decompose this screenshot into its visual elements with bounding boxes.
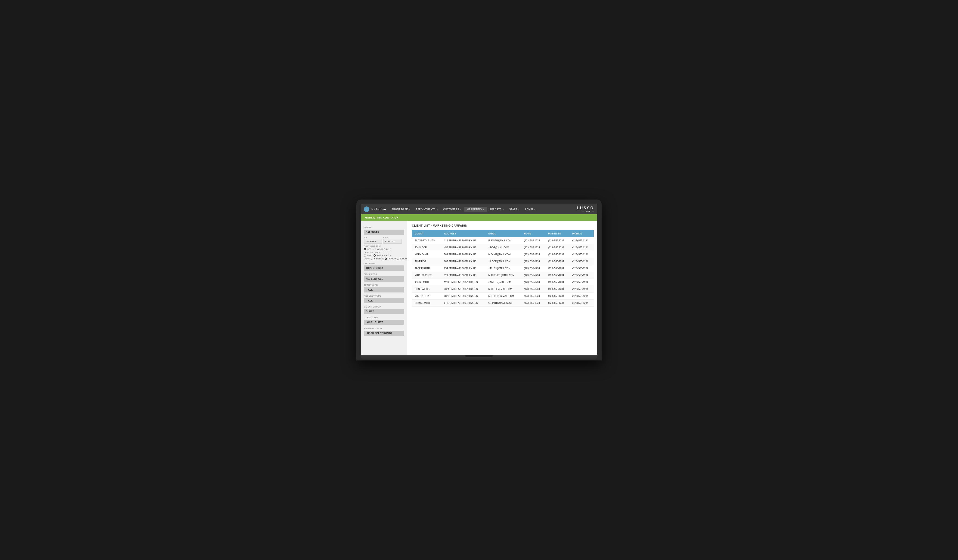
table-row[interactable]: ELIZABETH SMITH123 SMITH AVE, 90210 KY, … — [412, 237, 594, 244]
top-navigation: b book4time FRONT DESK ▼ APPOINTMENTS ▼ … — [361, 204, 597, 214]
referral-type-select[interactable]: LUSSO SPA TORONTO — [364, 331, 404, 336]
table-row[interactable]: MARK TURNER321 SMITH AVE, 90210 KY, USM.… — [412, 272, 594, 279]
cell-home: (123) 555-1234 — [521, 244, 546, 251]
first-visit-ignore-radio[interactable] — [374, 248, 376, 250]
cell-mobile: (123) 555-1234 — [569, 286, 594, 293]
cell-client: JOHN DOE — [412, 244, 441, 251]
cell-address: 4321 SMITH AVE, 90210 KY, US — [441, 286, 485, 293]
cell-client: JOHN SMITH — [412, 279, 441, 286]
cell-email: J.DOE@MAIL.COM — [485, 244, 521, 251]
table-row[interactable]: JOHN SMITH1234 SMITH AVE, 90210 KY, USJ.… — [412, 279, 594, 286]
table-row[interactable]: JACKIE RUTH654 SMITH AVE, 90210 KY, USJ.… — [412, 265, 594, 272]
cell-home: (123) 555-1234 — [521, 272, 546, 279]
cell-home: (123) 555-1234 — [521, 258, 546, 265]
col-home: HOME — [521, 230, 546, 237]
cell-mobile: (123) 555-1234 — [569, 293, 594, 300]
visits-row: VISITS LIFETIME PERIOD IGNORE — [364, 258, 404, 260]
cell-mobile: (123) 555-1234 — [569, 300, 594, 307]
last-visit-options: YES IGNORE RULE — [364, 254, 404, 257]
cell-address: 6789 SMITH AVE, 90210 KY, US — [441, 300, 485, 307]
chevron-down-icon: ▼ — [534, 209, 535, 210]
logo-text: book4time — [371, 208, 386, 211]
table-row[interactable]: MARY JANE789 SMITH AVE, 90210 KY, USM.JA… — [412, 251, 594, 258]
nav-staff[interactable]: STAFF ▼ — [507, 207, 522, 212]
first-visit-options: YES IGNORE RULE — [364, 248, 404, 250]
nav-front-desk[interactable]: FRONT DESK ▼ — [390, 207, 413, 212]
client-group-label: CLIENT GROUP — [364, 306, 404, 308]
cell-home: (123) 555-1234 — [521, 265, 546, 272]
table-row[interactable]: JOHN DOE456 SMITH AVE, 90210 KY, USJ.DOE… — [412, 244, 594, 251]
cell-address: 1234 SMITH AVE, 90210 KY, US — [441, 279, 485, 286]
table-body: ELIZABETH SMITH123 SMITH AVE, 90210 KY, … — [412, 237, 594, 307]
referral-type-label: REFERRAL TYPE — [364, 327, 404, 330]
nav-items: FRONT DESK ▼ APPOINTMENTS ▼ CUSTOMERS ▼ … — [390, 207, 577, 212]
visits-ignore-radio[interactable] — [397, 258, 399, 260]
client-group-select[interactable]: GUEST — [364, 309, 404, 314]
col-client: CLIENT — [412, 230, 441, 237]
first-visit-yes-radio[interactable] — [364, 248, 366, 250]
cell-address: 789 SMITH AVE, 90210 KY, US — [441, 251, 485, 258]
cell-client: CHRIS SMITH — [412, 300, 441, 307]
cell-client: JANE DOE — [412, 258, 441, 265]
cell-mobile: (123) 555-1234 — [569, 251, 594, 258]
cell-email: M.PETERS@MAIL.COM — [485, 293, 521, 300]
logo-icon: b — [364, 206, 370, 212]
request-type-select[interactable]: -- ALL -- — [364, 298, 404, 303]
location-select[interactable]: TORONTO SPA — [364, 266, 404, 271]
cell-home: (123) 555-1234 — [521, 237, 546, 244]
table-row[interactable]: MIKE PETERS9876 SMITH AVE, 90210 KY, USM… — [412, 293, 594, 300]
first-visit-row: FIRST VISIT ONLY — [364, 245, 404, 247]
chevron-down-icon: ▼ — [436, 209, 438, 210]
cell-business: (123) 555-1234 — [546, 293, 569, 300]
cell-client: MARY JANE — [412, 251, 441, 258]
visits-period-radio[interactable] — [385, 258, 387, 260]
technician-select[interactable]: -- ALL -- — [364, 287, 404, 293]
cell-client: MIKE PETERS — [412, 293, 441, 300]
visits-lifetime-radio[interactable] — [371, 258, 373, 260]
page-banner: MARKETING CAMPAIGN — [361, 214, 597, 221]
technician-label: TECHNICIAN — [364, 284, 404, 286]
cell-address: 123 SMITH AVE, 90210 KY, US — [441, 237, 485, 244]
nav-reports[interactable]: REPORTS ▼ — [487, 207, 506, 212]
table-header-row: CLIENT ADDRESS EMAIL HOME BUSINESS MOBIL… — [412, 230, 594, 237]
cell-client: MARK TURNER — [412, 272, 441, 279]
nav-admin[interactable]: ADMIN ▼ — [522, 207, 538, 212]
cell-address: 456 SMITH AVE, 90210 KY, US — [441, 244, 485, 251]
cell-business: (123) 555-1234 — [546, 258, 569, 265]
last-visit-ignore-radio[interactable] — [374, 254, 376, 257]
to-date-input[interactable]: 2016-12-02 — [364, 239, 382, 244]
guest-type-select[interactable]: LOCAL GUEST — [364, 320, 404, 325]
calendar-select[interactable]: CALENDAR — [364, 229, 404, 235]
chevron-down-icon: ▼ — [409, 209, 411, 210]
cell-home: (123) 555-1234 — [521, 300, 546, 307]
brand-logo: LUSSO SPA — [577, 206, 594, 213]
cell-home: (123) 555-1234 — [521, 286, 546, 293]
sku-filter-select[interactable]: ALL SERVICES — [364, 276, 404, 282]
to-date-group: TO 2016-12-02 — [364, 236, 382, 244]
cell-email: JA.DOE@MAIL.COM — [485, 258, 521, 265]
cell-business: (123) 555-1234 — [546, 300, 569, 307]
cell-email: J.SMITH@MAIL.COM — [485, 279, 521, 286]
col-mobile: MOBILE — [569, 230, 594, 237]
cell-business: (123) 555-1234 — [546, 244, 569, 251]
nav-appointments[interactable]: APPOINTMENTS ▼ — [413, 207, 440, 212]
table-row[interactable]: CHRIS SMITH6789 SMITH AVE, 90210 KY, USC… — [412, 300, 594, 307]
table-area: CLIENT LIST - MARKETING CAMPAIGN CLIENT … — [407, 221, 597, 355]
cell-client: ROSS WILLIS — [412, 286, 441, 293]
cell-email: J.RUTH@MAIL.COM — [485, 265, 521, 272]
nav-marketing[interactable]: MARKETING ▼ — [465, 207, 487, 212]
cell-email: C.SMITH@MAIL.COM — [485, 300, 521, 307]
col-business: BUSINESS — [546, 230, 569, 237]
last-visit-yes-radio[interactable] — [364, 254, 366, 257]
cell-mobile: (123) 555-1234 — [569, 237, 594, 244]
cell-address: 9876 SMITH AVE, 90210 KY, US — [441, 293, 485, 300]
cell-home: (123) 555-1234 — [521, 251, 546, 258]
chevron-down-icon: ▼ — [502, 209, 504, 210]
table-row[interactable]: ROSS WILLIS4321 SMITH AVE, 90210 KY, USR… — [412, 286, 594, 293]
chevron-down-icon: ▼ — [460, 209, 462, 210]
table-row[interactable]: JANE DOE987 SMITH AVE, 90210 KY, USJA.DO… — [412, 258, 594, 265]
nav-customers[interactable]: CUSTOMERS ▼ — [441, 207, 464, 212]
guest-type-label: GUEST TYPE — [364, 316, 404, 319]
cell-mobile: (123) 555-1234 — [569, 279, 594, 286]
from-date-input[interactable]: 2016-12-31 — [383, 239, 402, 244]
